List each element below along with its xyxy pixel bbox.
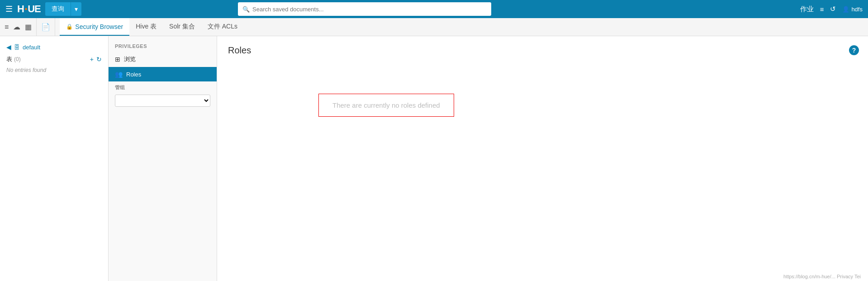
tab-solr[interactable]: Solr 集合 [163, 18, 201, 36]
grid-icon[interactable]: ▦ [25, 23, 32, 31]
top-nav-right: 作业 ≡ ↺ 👤 hdfs [800, 5, 863, 14]
query-button-group: 查询 ▾ [45, 2, 81, 16]
query-button[interactable]: 查询 [45, 2, 71, 16]
logo-dot: · [24, 2, 27, 16]
logo-ue: UE [28, 3, 41, 15]
tab-hive[interactable]: Hive 表 [129, 18, 163, 36]
groups-title: 管组 [109, 81, 217, 93]
tab-hive-label: Hive 表 [136, 23, 157, 31]
second-bar: ≡ ☁ ▦ 📄 🔒 Security Browser Hive 表 Solr 集… [0, 18, 868, 36]
groups-dropdown[interactable] [115, 95, 210, 107]
browse-label: 浏览 [124, 55, 136, 63]
browse-nav-item[interactable]: ⊞ 浏览 [109, 52, 217, 67]
db-list-icon[interactable]: ≡ [5, 23, 9, 31]
database-name: default [23, 44, 40, 51]
user-name: hdfs [851, 6, 863, 13]
footer-link[interactable]: https://blog.cn/m-hue/... Privacy Tei [783, 274, 861, 279]
no-roles-text: There are currently no roles defined [332, 101, 440, 109]
icon-group: ≡ ☁ ▦ [0, 18, 37, 36]
user-icon: 👤 [842, 6, 849, 13]
roles-label: Roles [126, 71, 141, 78]
tab-solr-label: Solr 集合 [169, 23, 195, 31]
history-icon[interactable]: ↺ [830, 5, 836, 13]
search-input[interactable] [252, 6, 487, 13]
search-icon: 🔍 [242, 6, 250, 13]
left-sidebar: ◀ 🗄 default 表 (0) + ↻ No entries found [0, 36, 109, 281]
no-entries-label: No entries found [0, 65, 108, 75]
main-content: Roles There are currently no roles defin… [217, 36, 868, 281]
groups-dropdown-wrap [109, 93, 217, 109]
help-button[interactable]: ? [849, 45, 859, 55]
table-count: (0) [14, 56, 21, 62]
list-icon[interactable]: ≡ [820, 5, 824, 13]
tab-security-browser-label: Security Browser [75, 23, 123, 30]
table-label: 表 [6, 55, 12, 63]
table-actions: + ↻ [90, 56, 102, 63]
query-dropdown-button[interactable]: ▾ [71, 2, 81, 16]
tab-security-browser[interactable]: 🔒 Security Browser [60, 18, 129, 36]
back-arrow-icon: ◀ [6, 43, 11, 51]
refresh-table-button[interactable]: ↻ [96, 56, 102, 63]
hamburger-menu[interactable]: ☰ [5, 4, 13, 14]
no-roles-message-box: There are currently no roles defined [318, 94, 454, 117]
tab-file-acls[interactable]: 文件 ACLs [201, 18, 244, 36]
user-menu[interactable]: 👤 hdfs [842, 6, 863, 13]
cloud-icon[interactable]: ☁ [13, 23, 20, 31]
top-nav: ☰ H·UE 查询 ▾ 🔍 作业 ≡ ↺ 👤 hdfs [0, 0, 868, 18]
mid-sidebar: PRIVILEGES ⊞ 浏览 👥 Roles 管组 [109, 36, 217, 281]
jobs-label[interactable]: 作业 [800, 5, 814, 14]
page-title: Roles [228, 45, 857, 56]
back-to-databases[interactable]: ◀ 🗄 default [0, 41, 108, 53]
tab-bar: 🔒 Security Browser Hive 表 Solr 集合 文件 ACL… [55, 18, 248, 36]
logo: H·UE [17, 2, 41, 16]
table-header: 表 (0) + ↻ [0, 53, 108, 65]
roles-nav-item[interactable]: 👥 Roles [109, 67, 217, 81]
privileges-title: PRIVILEGES [109, 41, 217, 52]
roles-icon: 👥 [115, 71, 123, 78]
tab-file-acls-label: 文件 ACLs [208, 23, 237, 31]
logo-h: H [17, 3, 24, 15]
db-icon2: 🗄 [14, 44, 20, 51]
add-table-button[interactable]: + [90, 56, 94, 63]
file-icon[interactable]: 📄 [37, 18, 55, 36]
browse-icon: ⊞ [115, 56, 120, 63]
footer: https://blog.cn/m-hue/... Privacy Tei [776, 272, 868, 281]
lock-icon: 🔒 [66, 24, 73, 30]
search-bar: 🔍 [238, 2, 491, 16]
main-layout: ◀ 🗄 default 表 (0) + ↻ No entries found P… [0, 36, 868, 281]
